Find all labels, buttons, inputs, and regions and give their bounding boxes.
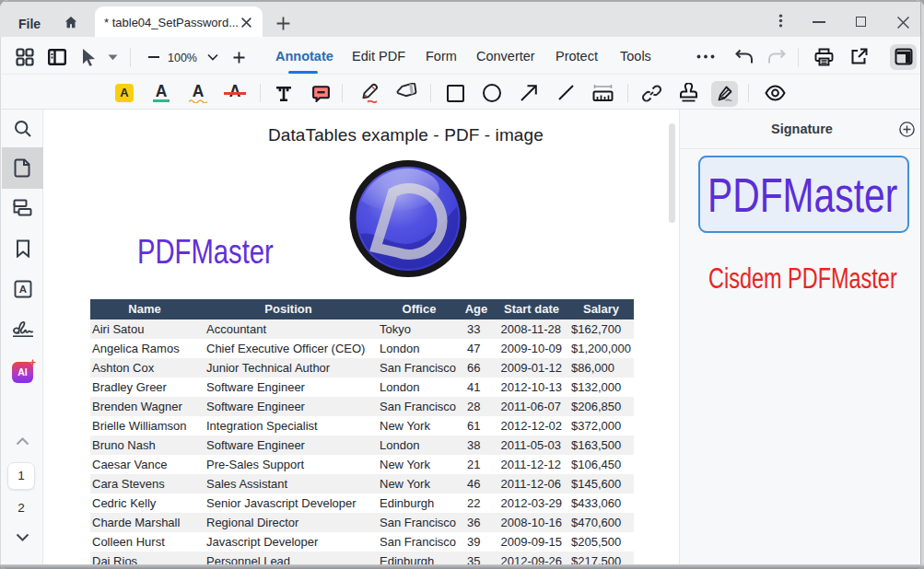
svg-text:A: A bbox=[19, 284, 27, 295]
